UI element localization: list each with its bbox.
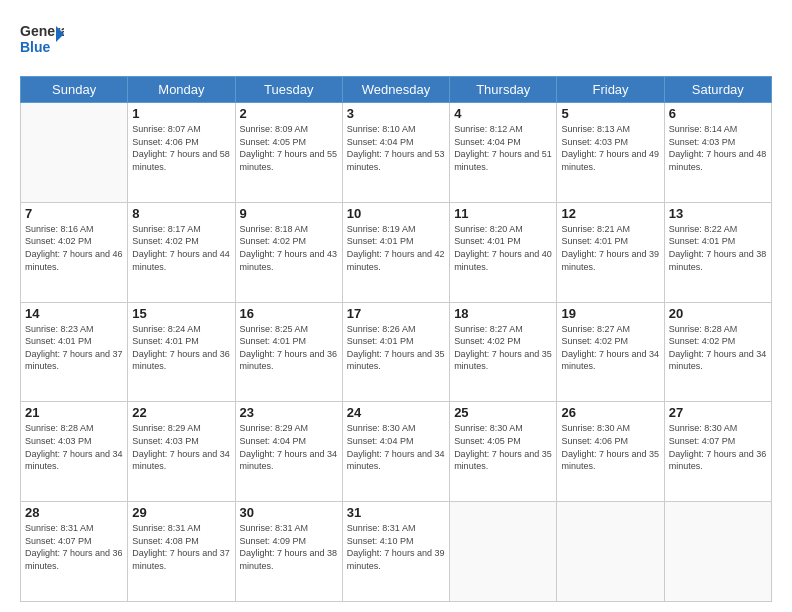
calendar-day-cell: 6Sunrise: 8:14 AMSunset: 4:03 PMDaylight…: [664, 103, 771, 203]
day-of-week-header: Friday: [557, 77, 664, 103]
calendar-day-cell: 18Sunrise: 8:27 AMSunset: 4:02 PMDayligh…: [450, 302, 557, 402]
calendar-day-cell: 27Sunrise: 8:30 AMSunset: 4:07 PMDayligh…: [664, 402, 771, 502]
day-info: Sunrise: 8:28 AMSunset: 4:03 PMDaylight:…: [25, 422, 123, 472]
day-number: 8: [132, 206, 230, 221]
day-info: Sunrise: 8:24 AMSunset: 4:01 PMDaylight:…: [132, 323, 230, 373]
day-info: Sunrise: 8:26 AMSunset: 4:01 PMDaylight:…: [347, 323, 445, 373]
calendar-day-cell: 4Sunrise: 8:12 AMSunset: 4:04 PMDaylight…: [450, 103, 557, 203]
svg-text:Blue: Blue: [20, 39, 51, 55]
day-number: 22: [132, 405, 230, 420]
calendar-day-cell: 15Sunrise: 8:24 AMSunset: 4:01 PMDayligh…: [128, 302, 235, 402]
day-info: Sunrise: 8:18 AMSunset: 4:02 PMDaylight:…: [240, 223, 338, 273]
day-number: 27: [669, 405, 767, 420]
day-number: 6: [669, 106, 767, 121]
day-number: 18: [454, 306, 552, 321]
day-of-week-header: Monday: [128, 77, 235, 103]
calendar-day-cell: 22Sunrise: 8:29 AMSunset: 4:03 PMDayligh…: [128, 402, 235, 502]
calendar-table: SundayMondayTuesdayWednesdayThursdayFrid…: [20, 76, 772, 602]
calendar-day-cell: 26Sunrise: 8:30 AMSunset: 4:06 PMDayligh…: [557, 402, 664, 502]
day-info: Sunrise: 8:31 AMSunset: 4:07 PMDaylight:…: [25, 522, 123, 572]
day-number: 7: [25, 206, 123, 221]
day-info: Sunrise: 8:23 AMSunset: 4:01 PMDaylight:…: [25, 323, 123, 373]
day-info: Sunrise: 8:30 AMSunset: 4:06 PMDaylight:…: [561, 422, 659, 472]
calendar-day-cell: 13Sunrise: 8:22 AMSunset: 4:01 PMDayligh…: [664, 202, 771, 302]
day-info: Sunrise: 8:31 AMSunset: 4:09 PMDaylight:…: [240, 522, 338, 572]
day-number: 24: [347, 405, 445, 420]
calendar-week-row: 14Sunrise: 8:23 AMSunset: 4:01 PMDayligh…: [21, 302, 772, 402]
day-info: Sunrise: 8:30 AMSunset: 4:05 PMDaylight:…: [454, 422, 552, 472]
day-info: Sunrise: 8:30 AMSunset: 4:07 PMDaylight:…: [669, 422, 767, 472]
day-info: Sunrise: 8:21 AMSunset: 4:01 PMDaylight:…: [561, 223, 659, 273]
calendar-day-cell: 21Sunrise: 8:28 AMSunset: 4:03 PMDayligh…: [21, 402, 128, 502]
calendar-day-cell: 10Sunrise: 8:19 AMSunset: 4:01 PMDayligh…: [342, 202, 449, 302]
day-info: Sunrise: 8:12 AMSunset: 4:04 PMDaylight:…: [454, 123, 552, 173]
day-info: Sunrise: 8:27 AMSunset: 4:02 PMDaylight:…: [454, 323, 552, 373]
day-number: 15: [132, 306, 230, 321]
day-info: Sunrise: 8:27 AMSunset: 4:02 PMDaylight:…: [561, 323, 659, 373]
day-of-week-header: Wednesday: [342, 77, 449, 103]
calendar-day-cell: 11Sunrise: 8:20 AMSunset: 4:01 PMDayligh…: [450, 202, 557, 302]
calendar-day-cell: 25Sunrise: 8:30 AMSunset: 4:05 PMDayligh…: [450, 402, 557, 502]
day-number: 25: [454, 405, 552, 420]
day-number: 11: [454, 206, 552, 221]
calendar-day-cell: [21, 103, 128, 203]
logo-icon: General Blue: [20, 18, 64, 62]
day-number: 2: [240, 106, 338, 121]
day-info: Sunrise: 8:31 AMSunset: 4:08 PMDaylight:…: [132, 522, 230, 572]
day-number: 31: [347, 505, 445, 520]
day-info: Sunrise: 8:17 AMSunset: 4:02 PMDaylight:…: [132, 223, 230, 273]
day-number: 4: [454, 106, 552, 121]
day-info: Sunrise: 8:22 AMSunset: 4:01 PMDaylight:…: [669, 223, 767, 273]
day-of-week-header: Thursday: [450, 77, 557, 103]
calendar-day-cell: 12Sunrise: 8:21 AMSunset: 4:01 PMDayligh…: [557, 202, 664, 302]
day-info: Sunrise: 8:20 AMSunset: 4:01 PMDaylight:…: [454, 223, 552, 273]
day-info: Sunrise: 8:31 AMSunset: 4:10 PMDaylight:…: [347, 522, 445, 572]
calendar-day-cell: 16Sunrise: 8:25 AMSunset: 4:01 PMDayligh…: [235, 302, 342, 402]
calendar-day-cell: [557, 502, 664, 602]
day-of-week-header: Sunday: [21, 77, 128, 103]
day-info: Sunrise: 8:14 AMSunset: 4:03 PMDaylight:…: [669, 123, 767, 173]
day-number: 3: [347, 106, 445, 121]
day-number: 30: [240, 505, 338, 520]
logo: General Blue: [20, 18, 64, 66]
calendar-page: General Blue SundayMondayTuesdayWednesda…: [0, 0, 792, 612]
calendar-day-cell: 2Sunrise: 8:09 AMSunset: 4:05 PMDaylight…: [235, 103, 342, 203]
calendar-day-cell: [664, 502, 771, 602]
day-number: 1: [132, 106, 230, 121]
day-number: 9: [240, 206, 338, 221]
calendar-day-cell: 17Sunrise: 8:26 AMSunset: 4:01 PMDayligh…: [342, 302, 449, 402]
day-of-week-header: Tuesday: [235, 77, 342, 103]
calendar-week-row: 1Sunrise: 8:07 AMSunset: 4:06 PMDaylight…: [21, 103, 772, 203]
day-number: 20: [669, 306, 767, 321]
day-of-week-header: Saturday: [664, 77, 771, 103]
day-number: 5: [561, 106, 659, 121]
day-number: 13: [669, 206, 767, 221]
header: General Blue: [20, 18, 772, 66]
day-info: Sunrise: 8:29 AMSunset: 4:04 PMDaylight:…: [240, 422, 338, 472]
calendar-day-cell: 3Sunrise: 8:10 AMSunset: 4:04 PMDaylight…: [342, 103, 449, 203]
calendar-day-cell: [450, 502, 557, 602]
day-info: Sunrise: 8:19 AMSunset: 4:01 PMDaylight:…: [347, 223, 445, 273]
calendar-day-cell: 31Sunrise: 8:31 AMSunset: 4:10 PMDayligh…: [342, 502, 449, 602]
day-number: 14: [25, 306, 123, 321]
calendar-day-cell: 7Sunrise: 8:16 AMSunset: 4:02 PMDaylight…: [21, 202, 128, 302]
calendar-week-row: 28Sunrise: 8:31 AMSunset: 4:07 PMDayligh…: [21, 502, 772, 602]
day-info: Sunrise: 8:09 AMSunset: 4:05 PMDaylight:…: [240, 123, 338, 173]
day-number: 17: [347, 306, 445, 321]
day-info: Sunrise: 8:30 AMSunset: 4:04 PMDaylight:…: [347, 422, 445, 472]
calendar-day-cell: 9Sunrise: 8:18 AMSunset: 4:02 PMDaylight…: [235, 202, 342, 302]
calendar-day-cell: 1Sunrise: 8:07 AMSunset: 4:06 PMDaylight…: [128, 103, 235, 203]
calendar-day-cell: 8Sunrise: 8:17 AMSunset: 4:02 PMDaylight…: [128, 202, 235, 302]
calendar-header-row: SundayMondayTuesdayWednesdayThursdayFrid…: [21, 77, 772, 103]
day-info: Sunrise: 8:25 AMSunset: 4:01 PMDaylight:…: [240, 323, 338, 373]
calendar-day-cell: 23Sunrise: 8:29 AMSunset: 4:04 PMDayligh…: [235, 402, 342, 502]
calendar-day-cell: 14Sunrise: 8:23 AMSunset: 4:01 PMDayligh…: [21, 302, 128, 402]
day-number: 10: [347, 206, 445, 221]
day-info: Sunrise: 8:10 AMSunset: 4:04 PMDaylight:…: [347, 123, 445, 173]
calendar-day-cell: 19Sunrise: 8:27 AMSunset: 4:02 PMDayligh…: [557, 302, 664, 402]
day-info: Sunrise: 8:16 AMSunset: 4:02 PMDaylight:…: [25, 223, 123, 273]
calendar-day-cell: 20Sunrise: 8:28 AMSunset: 4:02 PMDayligh…: [664, 302, 771, 402]
day-number: 19: [561, 306, 659, 321]
calendar-day-cell: 5Sunrise: 8:13 AMSunset: 4:03 PMDaylight…: [557, 103, 664, 203]
calendar-week-row: 21Sunrise: 8:28 AMSunset: 4:03 PMDayligh…: [21, 402, 772, 502]
